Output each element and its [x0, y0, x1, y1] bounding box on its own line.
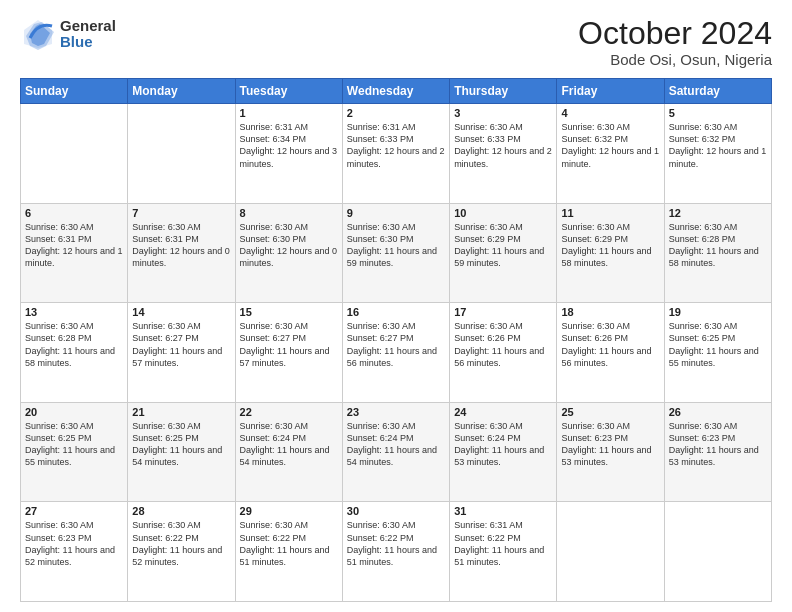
calendar-title: October 2024	[578, 16, 772, 51]
day-number: 27	[25, 505, 123, 517]
day-cell: 17Sunrise: 6:30 AM Sunset: 6:26 PM Dayli…	[450, 303, 557, 403]
logo: General Blue	[20, 16, 116, 52]
day-cell: 4Sunrise: 6:30 AM Sunset: 6:32 PM Daylig…	[557, 104, 664, 204]
day-info: Sunrise: 6:30 AM Sunset: 6:27 PM Dayligh…	[347, 320, 445, 369]
day-info: Sunrise: 6:30 AM Sunset: 6:22 PM Dayligh…	[240, 519, 338, 568]
day-info: Sunrise: 6:30 AM Sunset: 6:22 PM Dayligh…	[132, 519, 230, 568]
day-info: Sunrise: 6:30 AM Sunset: 6:28 PM Dayligh…	[25, 320, 123, 369]
day-number: 21	[132, 406, 230, 418]
day-info: Sunrise: 6:31 AM Sunset: 6:34 PM Dayligh…	[240, 121, 338, 170]
day-cell: 18Sunrise: 6:30 AM Sunset: 6:26 PM Dayli…	[557, 303, 664, 403]
calendar-header: Sunday Monday Tuesday Wednesday Thursday…	[21, 79, 772, 104]
day-cell: 15Sunrise: 6:30 AM Sunset: 6:27 PM Dayli…	[235, 303, 342, 403]
day-cell: 27Sunrise: 6:30 AM Sunset: 6:23 PM Dayli…	[21, 502, 128, 602]
day-info: Sunrise: 6:30 AM Sunset: 6:25 PM Dayligh…	[132, 420, 230, 469]
day-info: Sunrise: 6:30 AM Sunset: 6:30 PM Dayligh…	[240, 221, 338, 270]
header-sunday: Sunday	[21, 79, 128, 104]
day-number: 31	[454, 505, 552, 517]
day-cell: 20Sunrise: 6:30 AM Sunset: 6:25 PM Dayli…	[21, 402, 128, 502]
day-cell: 14Sunrise: 6:30 AM Sunset: 6:27 PM Dayli…	[128, 303, 235, 403]
day-cell: 28Sunrise: 6:30 AM Sunset: 6:22 PM Dayli…	[128, 502, 235, 602]
day-cell: 24Sunrise: 6:30 AM Sunset: 6:24 PM Dayli…	[450, 402, 557, 502]
day-cell: 1Sunrise: 6:31 AM Sunset: 6:34 PM Daylig…	[235, 104, 342, 204]
header-row: Sunday Monday Tuesday Wednesday Thursday…	[21, 79, 772, 104]
day-number: 3	[454, 107, 552, 119]
day-cell: 2Sunrise: 6:31 AM Sunset: 6:33 PM Daylig…	[342, 104, 449, 204]
header-saturday: Saturday	[664, 79, 771, 104]
day-number: 29	[240, 505, 338, 517]
day-cell: 6Sunrise: 6:30 AM Sunset: 6:31 PM Daylig…	[21, 203, 128, 303]
day-number: 4	[561, 107, 659, 119]
day-number: 24	[454, 406, 552, 418]
day-cell	[21, 104, 128, 204]
day-cell: 31Sunrise: 6:31 AM Sunset: 6:22 PM Dayli…	[450, 502, 557, 602]
day-number: 19	[669, 306, 767, 318]
day-cell: 26Sunrise: 6:30 AM Sunset: 6:23 PM Dayli…	[664, 402, 771, 502]
header: General Blue October 2024 Bode Osi, Osun…	[20, 16, 772, 68]
day-number: 25	[561, 406, 659, 418]
day-info: Sunrise: 6:30 AM Sunset: 6:31 PM Dayligh…	[132, 221, 230, 270]
day-cell: 21Sunrise: 6:30 AM Sunset: 6:25 PM Dayli…	[128, 402, 235, 502]
day-cell: 23Sunrise: 6:30 AM Sunset: 6:24 PM Dayli…	[342, 402, 449, 502]
day-info: Sunrise: 6:30 AM Sunset: 6:28 PM Dayligh…	[669, 221, 767, 270]
day-number: 15	[240, 306, 338, 318]
day-info: Sunrise: 6:30 AM Sunset: 6:24 PM Dayligh…	[240, 420, 338, 469]
day-cell: 8Sunrise: 6:30 AM Sunset: 6:30 PM Daylig…	[235, 203, 342, 303]
week-row-4: 20Sunrise: 6:30 AM Sunset: 6:25 PM Dayli…	[21, 402, 772, 502]
week-row-5: 27Sunrise: 6:30 AM Sunset: 6:23 PM Dayli…	[21, 502, 772, 602]
day-info: Sunrise: 6:30 AM Sunset: 6:26 PM Dayligh…	[454, 320, 552, 369]
day-info: Sunrise: 6:30 AM Sunset: 6:32 PM Dayligh…	[669, 121, 767, 170]
logo-general-text: General	[60, 18, 116, 35]
day-cell: 13Sunrise: 6:30 AM Sunset: 6:28 PM Dayli…	[21, 303, 128, 403]
day-info: Sunrise: 6:30 AM Sunset: 6:23 PM Dayligh…	[669, 420, 767, 469]
day-number: 28	[132, 505, 230, 517]
logo-blue-text: Blue	[60, 34, 116, 51]
day-cell: 16Sunrise: 6:30 AM Sunset: 6:27 PM Dayli…	[342, 303, 449, 403]
day-cell: 11Sunrise: 6:30 AM Sunset: 6:29 PM Dayli…	[557, 203, 664, 303]
day-cell: 5Sunrise: 6:30 AM Sunset: 6:32 PM Daylig…	[664, 104, 771, 204]
day-number: 7	[132, 207, 230, 219]
header-thursday: Thursday	[450, 79, 557, 104]
header-monday: Monday	[128, 79, 235, 104]
page: General Blue October 2024 Bode Osi, Osun…	[0, 0, 792, 612]
day-number: 8	[240, 207, 338, 219]
day-number: 23	[347, 406, 445, 418]
day-info: Sunrise: 6:30 AM Sunset: 6:24 PM Dayligh…	[454, 420, 552, 469]
day-cell: 19Sunrise: 6:30 AM Sunset: 6:25 PM Dayli…	[664, 303, 771, 403]
day-cell: 10Sunrise: 6:30 AM Sunset: 6:29 PM Dayli…	[450, 203, 557, 303]
day-number: 18	[561, 306, 659, 318]
day-info: Sunrise: 6:30 AM Sunset: 6:23 PM Dayligh…	[561, 420, 659, 469]
day-number: 6	[25, 207, 123, 219]
day-cell: 12Sunrise: 6:30 AM Sunset: 6:28 PM Dayli…	[664, 203, 771, 303]
day-info: Sunrise: 6:30 AM Sunset: 6:33 PM Dayligh…	[454, 121, 552, 170]
day-number: 2	[347, 107, 445, 119]
week-row-1: 1Sunrise: 6:31 AM Sunset: 6:34 PM Daylig…	[21, 104, 772, 204]
day-number: 10	[454, 207, 552, 219]
week-row-2: 6Sunrise: 6:30 AM Sunset: 6:31 PM Daylig…	[21, 203, 772, 303]
day-info: Sunrise: 6:30 AM Sunset: 6:23 PM Dayligh…	[25, 519, 123, 568]
logo-text: General Blue	[60, 18, 116, 51]
day-info: Sunrise: 6:30 AM Sunset: 6:32 PM Dayligh…	[561, 121, 659, 170]
day-number: 1	[240, 107, 338, 119]
day-info: Sunrise: 6:30 AM Sunset: 6:31 PM Dayligh…	[25, 221, 123, 270]
day-number: 26	[669, 406, 767, 418]
day-cell: 30Sunrise: 6:30 AM Sunset: 6:22 PM Dayli…	[342, 502, 449, 602]
day-number: 14	[132, 306, 230, 318]
header-tuesday: Tuesday	[235, 79, 342, 104]
header-friday: Friday	[557, 79, 664, 104]
day-info: Sunrise: 6:30 AM Sunset: 6:24 PM Dayligh…	[347, 420, 445, 469]
day-info: Sunrise: 6:30 AM Sunset: 6:27 PM Dayligh…	[240, 320, 338, 369]
logo-icon	[20, 16, 56, 52]
day-number: 16	[347, 306, 445, 318]
day-cell: 3Sunrise: 6:30 AM Sunset: 6:33 PM Daylig…	[450, 104, 557, 204]
day-cell: 9Sunrise: 6:30 AM Sunset: 6:30 PM Daylig…	[342, 203, 449, 303]
day-info: Sunrise: 6:30 AM Sunset: 6:27 PM Dayligh…	[132, 320, 230, 369]
day-info: Sunrise: 6:30 AM Sunset: 6:26 PM Dayligh…	[561, 320, 659, 369]
day-cell: 22Sunrise: 6:30 AM Sunset: 6:24 PM Dayli…	[235, 402, 342, 502]
day-info: Sunrise: 6:30 AM Sunset: 6:25 PM Dayligh…	[669, 320, 767, 369]
day-number: 5	[669, 107, 767, 119]
day-cell	[557, 502, 664, 602]
day-number: 11	[561, 207, 659, 219]
day-info: Sunrise: 6:30 AM Sunset: 6:29 PM Dayligh…	[454, 221, 552, 270]
day-number: 17	[454, 306, 552, 318]
